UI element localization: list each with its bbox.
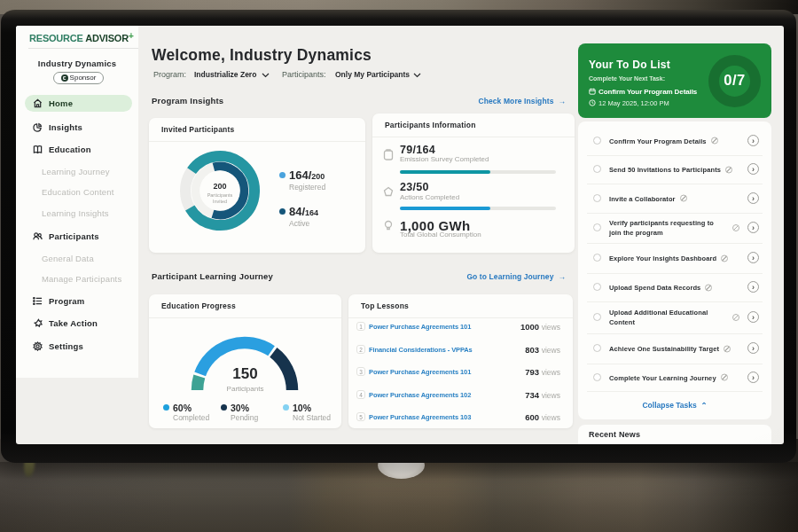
- svg-text:Invited: Invited: [213, 199, 227, 204]
- svg-text:200: 200: [213, 182, 226, 191]
- svg-text:Participants: Participants: [207, 192, 233, 198]
